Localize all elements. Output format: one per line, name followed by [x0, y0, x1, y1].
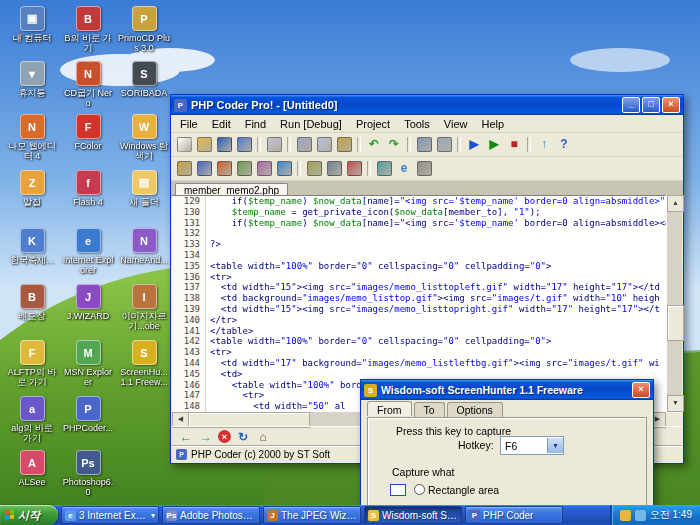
browser-icon[interactable]: e	[394, 159, 414, 178]
script-insert-icon[interactable]	[344, 159, 364, 178]
desktop-item-phpcoder[interactable]: PPHPCoder...	[62, 396, 114, 433]
desktop-item-new-folder[interactable]: ▤새 폴더	[118, 170, 170, 207]
print-icon[interactable]	[264, 135, 284, 154]
desktop-item-nameand[interactable]: NNameAnd...	[118, 228, 170, 265]
screenhunter-titlebar[interactable]: S Wisdom-soft ScreenHunter 1.1 Freeware …	[361, 380, 653, 400]
replace-icon[interactable]	[434, 135, 454, 154]
chevron-down-icon[interactable]: ▼	[547, 438, 563, 453]
desktop-item-flash4[interactable]: fFlash 4	[62, 170, 114, 207]
minimize-button[interactable]: _	[622, 97, 640, 113]
image-insert-icon[interactable]	[254, 159, 274, 178]
tray-icon-1[interactable]	[620, 510, 631, 521]
find-icon[interactable]	[414, 135, 434, 154]
taskbar-button-phpcoder[interactable]: PPHP Coder	[465, 506, 563, 524]
code-line[interactable]: 142<table width="100%" border="0" cellsp…	[172, 336, 682, 347]
desktop-item-soribada[interactable]: SSORIBADA	[118, 61, 170, 98]
table-insert-icon[interactable]	[234, 159, 254, 178]
scroll-down-button[interactable]: ▼	[667, 395, 684, 412]
code-line[interactable]: 145 <td>	[172, 369, 682, 380]
tray-icon-2[interactable]	[635, 510, 646, 521]
desktop-item-fcolor[interactable]: FFColor	[62, 114, 114, 151]
html-tag-icon[interactable]	[214, 159, 234, 178]
vertical-scrollbar[interactable]: ▲ ▼	[666, 195, 682, 412]
menu-project[interactable]: Project	[349, 117, 397, 131]
undo-icon[interactable]: ↶	[364, 135, 384, 154]
code-line[interactable]: 129 if($temp_name) $now_data[name]="<img…	[172, 196, 682, 207]
wizard-icon[interactable]	[174, 159, 194, 178]
new-file-icon[interactable]	[174, 135, 194, 154]
desktop-item-namo-webeditor[interactable]: N나모 웹에디터 4	[6, 114, 58, 161]
code-line[interactable]: 132	[172, 228, 682, 239]
desktop-item-alg-shortcut[interactable]: aalg의 바로 가기	[6, 396, 58, 443]
desktop-item-photoshop[interactable]: PsPhotoshop6.0	[62, 450, 114, 497]
desktop-item-windows-explorer[interactable]: WWindows 탐색기	[118, 114, 170, 161]
debug-icon[interactable]: ▶	[484, 135, 504, 154]
redo-icon[interactable]: ↷	[384, 135, 404, 154]
code-line[interactable]: 143<tr>	[172, 347, 682, 358]
back-button[interactable]: ←	[178, 429, 194, 444]
dialog-tab-to[interactable]: To	[414, 402, 445, 417]
dialog-close-button[interactable]: ×	[632, 382, 650, 398]
taskbar-button-jpeg-wizard[interactable]: JThe JPEG Wizard	[263, 506, 361, 524]
desktop-item-internet-explorer[interactable]: eInternet Explorer	[62, 228, 114, 275]
desktop-item-korea-festival[interactable]: K한국축제...	[6, 228, 58, 265]
save-all-icon[interactable]	[234, 135, 254, 154]
desktop-item-nero[interactable]: NCD굽기 Nero	[62, 61, 114, 108]
code-line[interactable]: 141</table>	[172, 326, 682, 337]
rectangle-area-radio[interactable]	[414, 484, 425, 495]
maximize-button[interactable]: □	[642, 97, 660, 113]
options-icon[interactable]	[414, 159, 434, 178]
menu-tools[interactable]: Tools	[397, 117, 437, 131]
menu-find[interactable]: Find	[238, 117, 273, 131]
code-line[interactable]: 130 $temp_name = get_private_icon($now_d…	[172, 207, 682, 218]
save-icon[interactable]	[214, 135, 234, 154]
desktop-item-b-shortcut[interactable]: BB의 바로 가기	[62, 6, 114, 53]
taskbar-button-screenhunter[interactable]: SWisdom-soft Scre...	[364, 506, 462, 524]
forward-button[interactable]: →	[198, 429, 214, 444]
desktop-item-image-crop[interactable]: I이미지자르기...obe	[118, 284, 170, 331]
close-button[interactable]: ×	[662, 97, 680, 113]
dialog-tab-from[interactable]: From	[367, 401, 412, 416]
code-line[interactable]: 135<table width="100%" border="0" cellsp…	[172, 261, 682, 272]
scroll-up-button[interactable]: ▲	[667, 195, 684, 212]
menu-view[interactable]: View	[437, 117, 475, 131]
cut-icon[interactable]	[294, 135, 314, 154]
code-line[interactable]: 136<tr>	[172, 272, 682, 283]
code-line[interactable]: 134	[172, 250, 682, 261]
desktop-item-my-computer[interactable]: ▣내 컴퓨터	[6, 6, 58, 43]
code-line[interactable]: 140</tr>	[172, 315, 682, 326]
stop-icon[interactable]: ■	[504, 135, 524, 154]
php-coder-titlebar[interactable]: P PHP Coder Pro! - [Untitled0] _□×	[171, 95, 683, 115]
link-insert-icon[interactable]	[274, 159, 294, 178]
desktop-item-baedojang[interactable]: B배도장	[6, 284, 58, 321]
desktop-item-recycle-bin[interactable]: ▼휴지통	[6, 61, 58, 98]
help-icon[interactable]: ?	[554, 135, 574, 154]
menu-run-debug-[interactable]: Run [Debug]	[273, 117, 349, 131]
hotkey-dropdown[interactable]: F6 ▼	[500, 436, 564, 455]
paste-icon[interactable]	[334, 135, 354, 154]
desktop-item-jwizard[interactable]: JJ.WIZARD	[62, 284, 114, 321]
home-button[interactable]: ⌂	[255, 429, 271, 444]
ftp-upload-icon[interactable]: ↑	[534, 135, 554, 154]
stop-nav-button[interactable]: ×	[218, 430, 231, 443]
taskbar-group-chevron-icon[interactable]: ▾	[151, 511, 155, 520]
code-line[interactable]: 144 <td width="17" background="images/me…	[172, 358, 682, 369]
desktop-item-alsee[interactable]: AALSee	[6, 450, 58, 487]
code-line[interactable]: 131 if($temp_name) $now_data[name]="<img…	[172, 218, 682, 229]
dialog-tab-options[interactable]: Options	[447, 402, 503, 417]
desktop-item-alzip[interactable]: Z알집	[6, 170, 58, 207]
list-insert-icon[interactable]	[324, 159, 344, 178]
desktop-item-screenhunter[interactable]: SScreenHu... 1.1 Freew...	[118, 340, 170, 387]
refresh-button[interactable]: ↻	[235, 429, 251, 444]
menu-file[interactable]: File	[173, 117, 205, 131]
open-file-icon[interactable]	[194, 135, 214, 154]
taskbar-clock[interactable]: 오전 1:49	[650, 508, 692, 522]
desktop-item-msn-explorer[interactable]: MMSN Explorer	[62, 340, 114, 387]
menu-help[interactable]: Help	[474, 117, 511, 131]
php-tag-icon[interactable]	[194, 159, 214, 178]
preview-icon[interactable]	[374, 159, 394, 178]
desktop-item-alftp-shortcut[interactable]: FALFTP의 바로 가기	[6, 340, 58, 387]
screenhunter-dialog[interactable]: S Wisdom-soft ScreenHunter 1.1 Freeware …	[360, 379, 654, 525]
desktop-item-primocd[interactable]: PPrimoCD Plus 3.0	[118, 6, 170, 53]
taskbar-button-photoshop[interactable]: PsAdobe Photoshop	[162, 506, 260, 524]
